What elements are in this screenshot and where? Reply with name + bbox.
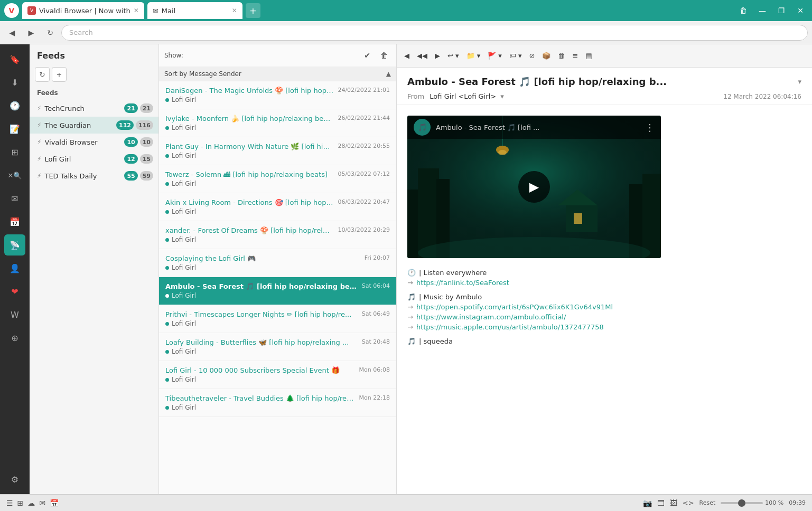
status-camera-icon[interactable]: 📷	[643, 499, 652, 507]
zoom-control[interactable]: 100 %	[721, 499, 783, 506]
back-button[interactable]: ◀	[4, 25, 20, 41]
status-icon-sidebar[interactable]: ☰	[6, 499, 13, 507]
msg-source-9: Lofi Girl	[172, 348, 196, 355]
email-body[interactable]: 🎵 Ambulo - Sea Forest 🎵 [lofi ... ⋮ ▶ 🕐 …	[397, 105, 812, 494]
msg-toolbar-delete-icon[interactable]: 🗑	[377, 49, 391, 62]
sidebar-item-settings[interactable]: ⚙	[4, 469, 25, 490]
email-flag-dropdown[interactable]: 🚩 ▾	[484, 48, 505, 64]
feed-item-lofigirl[interactable]: ⚡ Lofi Girl 12 15	[30, 150, 158, 167]
feed-item-techcrunch[interactable]: ⚡ TechCrunch 21 21	[30, 100, 158, 117]
listen-link[interactable]: https://fanlink.to/SeaForest	[416, 279, 509, 287]
email-back-button[interactable]: ◀	[401, 48, 413, 64]
email-reply-all-button[interactable]: ◀◀	[414, 48, 431, 64]
msg-bottom-1: Lofi Girl	[165, 124, 390, 131]
tab-close-icon[interactable]: ✕	[134, 7, 139, 14]
feed-item-tedtalks[interactable]: ⚡ TED Talks Daily 55 59	[30, 167, 158, 184]
status-code-icon[interactable]: <>	[683, 499, 694, 507]
status-icon-cloud[interactable]: ☁	[27, 499, 35, 507]
message-item-1[interactable]: Ivylake - Moonfern 🍌 [lofi hip hop/relax…	[159, 109, 396, 137]
email-more1-button[interactable]: ≡	[569, 48, 581, 64]
sidebar-item-pocket[interactable]: ❤	[4, 281, 25, 302]
apple-music-link[interactable]: https://music.apple.com/us/artist/ambulo…	[416, 323, 604, 331]
msg-date-3: 05/03/2022 07:12	[338, 171, 390, 177]
search-bar[interactable]: Search	[61, 25, 808, 41]
zoom-slider[interactable]	[721, 502, 763, 504]
tab-mail[interactable]: ✉ Mail ✕	[147, 2, 242, 19]
tab-mail-close-icon[interactable]: ✕	[232, 7, 237, 14]
message-item-3[interactable]: Towerz - Solemn 🏙 [lofi hip hop/relaxing…	[159, 165, 396, 193]
email-subject-chevron-icon[interactable]: ▾	[798, 78, 801, 86]
message-item-10[interactable]: Lofi Girl - 10 000 000 Subscribers Speci…	[159, 361, 396, 389]
tab-vivaldi[interactable]: V Vivaldi Browser | Now with ✕	[22, 2, 144, 19]
sidebar-item-contacts[interactable]: 👤	[4, 258, 25, 279]
feeds-add-button[interactable]: +	[52, 67, 67, 82]
message-item-11[interactable]: Tibeauthetraveler - Travel Buddies 🌲 [lo…	[159, 389, 396, 417]
refresh-button[interactable]: ↻	[42, 25, 58, 41]
spotify-link[interactable]: https://open.spotify.com/artist/6sPQwc6l…	[416, 303, 613, 311]
email-tag-dropdown[interactable]: 🏷 ▾	[506, 48, 525, 64]
feeds-panel: Feeds ↻ + Feeds ⚡ TechCrunch 21 21 ⚡ The…	[30, 44, 159, 494]
email-more2-button[interactable]: ▤	[582, 48, 595, 64]
minimize-button[interactable]: —	[755, 3, 770, 18]
message-item-5[interactable]: xander. - Forest Of Dreams 🍄 [lofi hip h…	[159, 221, 396, 249]
message-item-8[interactable]: Prithvi - Timescapes Longer Nights ✏️ [l…	[159, 305, 396, 333]
email-junk-button[interactable]: ⊘	[526, 48, 538, 64]
msg-sender-7: Ambulo - Sea Forest 🎵 [lofi hip hop/rela…	[165, 282, 362, 290]
message-item-7[interactable]: Ambulo - Sea Forest 🎵 [lofi hip hop/rela…	[159, 277, 396, 305]
msg-source-3: Lofi Girl	[172, 180, 196, 187]
video-thumbnail[interactable]: 🎵 Ambulo - Sea Forest 🎵 [lofi ... ⋮ ▶	[407, 116, 661, 258]
email-delete-button[interactable]: 🗑	[555, 48, 568, 64]
msg-bottom-10: Lofi Girl	[165, 376, 390, 383]
feed-rss-icon-tedtalks: ⚡	[37, 172, 41, 179]
video-overlay[interactable]: ▶	[407, 116, 661, 258]
sidebar-item-feeds[interactable]: 📡	[4, 234, 25, 256]
arrow-icon-apple: →	[407, 323, 413, 331]
status-icon-panels[interactable]: ⊞	[17, 499, 24, 507]
message-item-0[interactable]: DaniSogen - The Magic Unfolds 🍄 [lofi hi…	[159, 81, 396, 109]
feed-total-tedtalks: 59	[140, 171, 153, 181]
sidebar-item-downloads[interactable]: ⬇	[4, 72, 25, 93]
instagram-link[interactable]: https://www.instagram.com/ambulo.officia…	[416, 313, 566, 321]
msg-top-7: Ambulo - Sea Forest 🎵 [lofi hip hop/rela…	[165, 282, 390, 290]
feeds-refresh-button[interactable]: ↻	[35, 67, 50, 82]
sidebar-item-bookmarks[interactable]: 🔖	[4, 49, 25, 70]
from-dropdown-icon[interactable]: ▾	[500, 92, 504, 100]
email-forward-button[interactable]: ▶	[432, 48, 443, 64]
status-window-icon[interactable]: 🗖	[657, 499, 665, 507]
tab-add-button[interactable]: +	[246, 3, 260, 18]
sidebar-item-calendar[interactable]: 📅	[4, 211, 25, 232]
message-item-6[interactable]: Cosplaying the Lofi Girl 🎮 Fri 20:07 Lof…	[159, 249, 396, 277]
status-icon-mail[interactable]: ✉	[39, 499, 45, 507]
email-from-container: From Lofi Girl <Lofi Girl> ▾	[407, 92, 504, 100]
sidebar-item-panels[interactable]: ⊞	[4, 141, 25, 163]
messages-scroll[interactable]: DaniSogen - The Magic Unfolds 🍄 [lofi hi…	[159, 81, 396, 494]
msg-source-4: Lofi Girl	[172, 208, 196, 215]
email-folder-dropdown[interactable]: 📁 ▾	[463, 48, 484, 64]
message-item-4[interactable]: Akin x Living Room - Directions 🎯 [lofi …	[159, 193, 396, 221]
forward-button[interactable]: ▶	[23, 25, 39, 41]
sidebar-item-search-x[interactable]: ✕🔍	[4, 165, 25, 186]
feed-badges-vivaldi: 10 10	[124, 137, 153, 147]
message-item-2[interactable]: Plant Guy - In Harmony With Nature 🌿 [lo…	[159, 137, 396, 165]
msg-source-11: Lofi Girl	[172, 404, 196, 411]
email-reply-dropdown[interactable]: ↩ ▾	[444, 48, 462, 64]
sidebar-item-wiki[interactable]: W	[4, 304, 25, 325]
sidebar-item-add[interactable]: ⊕	[4, 327, 25, 348]
sidebar-item-history[interactable]: 🕐	[4, 95, 25, 116]
msg-toolbar-mark-icon[interactable]: ✔	[360, 49, 374, 62]
reset-label[interactable]: Reset	[699, 499, 716, 506]
email-archive-button[interactable]: 📦	[539, 48, 554, 64]
feed-item-guardian[interactable]: ⚡ The Guardian 112 116	[30, 117, 158, 134]
message-item-9[interactable]: Loafy Building - Butterflies 🦋 [lofi hip…	[159, 333, 396, 361]
sort-bar[interactable]: Sort by Message Sender ▲	[159, 67, 396, 81]
close-button[interactable]: ✕	[793, 3, 808, 18]
play-button[interactable]: ▶	[518, 171, 550, 203]
maximize-button[interactable]: ❐	[774, 3, 789, 18]
feed-name-tedtalks: TED Talks Daily	[44, 172, 121, 180]
feed-item-vivaldi[interactable]: ⚡ Vivaldi Browser 10 10	[30, 134, 158, 150]
status-icon-calendar[interactable]: 📅	[50, 499, 59, 507]
trash-button[interactable]: 🗑	[736, 3, 751, 18]
sidebar-item-mail[interactable]: ✉	[4, 188, 25, 209]
status-image-icon[interactable]: 🖼	[670, 499, 677, 507]
sidebar-item-notes[interactable]: 📝	[4, 118, 25, 139]
